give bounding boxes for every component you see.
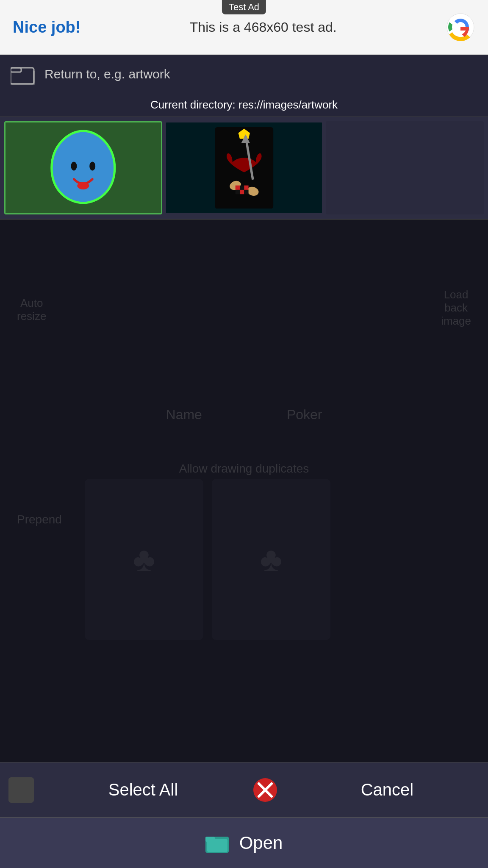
current-directory: Current directory: res://images/artwork bbox=[0, 93, 488, 117]
card-back-image bbox=[166, 122, 322, 213]
svg-rect-13 bbox=[240, 185, 244, 189]
svg-rect-17 bbox=[244, 190, 248, 194]
file-grid bbox=[0, 117, 488, 219]
slime-svg bbox=[13, 127, 153, 209]
open-row[interactable]: Open bbox=[0, 817, 488, 868]
ad-google-icon bbox=[446, 12, 475, 42]
svg-rect-1 bbox=[11, 68, 34, 84]
ad-nice-job: Nice job! bbox=[13, 18, 80, 36]
file-dialog: Return to, e.g. artwork Current director… bbox=[0, 55, 488, 220]
checkbox-area[interactable] bbox=[0, 773, 42, 807]
file-item-slime[interactable] bbox=[4, 121, 162, 214]
main-content: Current deck file: Poker Reload Autoresi… bbox=[0, 55, 488, 868]
svg-rect-15 bbox=[235, 190, 239, 194]
open-button-label[interactable]: Open bbox=[239, 833, 283, 853]
file-item-card-back[interactable] bbox=[165, 121, 323, 214]
bottom-action-bar: Select All Cancel Open bbox=[0, 762, 488, 868]
svg-rect-12 bbox=[235, 185, 239, 189]
checkbox[interactable] bbox=[8, 777, 34, 803]
x-cancel-button[interactable] bbox=[244, 769, 286, 811]
file-thumb-empty bbox=[326, 121, 484, 214]
dialog-nav-row[interactable]: Return to, e.g. artwork bbox=[0, 55, 488, 93]
file-thumb-card-back[interactable] bbox=[165, 121, 323, 214]
ad-label: Test Ad bbox=[222, 0, 266, 14]
svg-rect-14 bbox=[244, 185, 248, 189]
card-back-svg bbox=[174, 127, 314, 209]
svg-point-4 bbox=[90, 161, 96, 170]
svg-point-5 bbox=[78, 182, 89, 189]
svg-rect-16 bbox=[240, 190, 244, 194]
folder-icon bbox=[11, 64, 36, 85]
svg-rect-23 bbox=[207, 839, 227, 852]
action-row: Select All Cancel bbox=[0, 762, 488, 817]
select-all-button[interactable]: Select All bbox=[42, 780, 244, 799]
file-item-empty[interactable] bbox=[326, 121, 484, 214]
open-folder-icon bbox=[205, 832, 231, 854]
slime-image bbox=[6, 122, 161, 213]
x-icon bbox=[252, 777, 278, 803]
svg-rect-2 bbox=[11, 68, 21, 72]
cancel-button[interactable]: Cancel bbox=[286, 780, 488, 799]
file-thumb-slime[interactable] bbox=[4, 121, 162, 214]
ad-text: This is a 468x60 test ad. bbox=[190, 19, 337, 35]
svg-point-3 bbox=[71, 161, 77, 170]
ad-banner: Test Ad Nice job! This is a 468x60 test … bbox=[0, 0, 488, 55]
dialog-nav-text: Return to, e.g. artwork bbox=[44, 67, 170, 81]
